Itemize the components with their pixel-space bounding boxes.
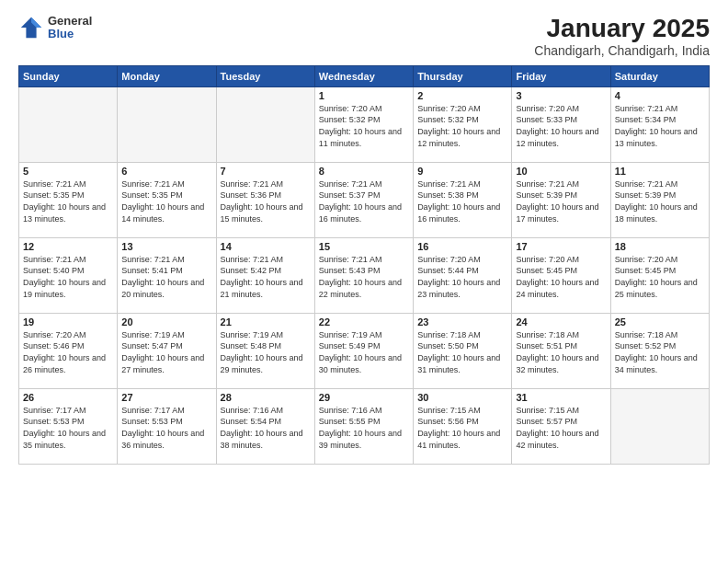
day-info: Sunrise: 7:21 AM Sunset: 5:41 PM Dayligh…: [121, 254, 211, 300]
day-number: 9: [417, 166, 507, 177]
day-cell: 9Sunrise: 7:21 AM Sunset: 5:38 PM Daylig…: [414, 162, 512, 237]
day-info: Sunrise: 7:17 AM Sunset: 5:53 PM Dayligh…: [121, 405, 211, 451]
calendar-title: January 2025: [534, 15, 710, 43]
day-number: 27: [121, 392, 211, 403]
day-cell: 5Sunrise: 7:21 AM Sunset: 5:35 PM Daylig…: [19, 162, 118, 237]
day-number: 28: [221, 392, 311, 403]
day-number: 29: [319, 392, 409, 403]
day-cell: 1Sunrise: 7:20 AM Sunset: 5:32 PM Daylig…: [314, 86, 413, 162]
day-number: 17: [516, 241, 606, 252]
day-cell: 4Sunrise: 7:21 AM Sunset: 5:34 PM Daylig…: [610, 86, 709, 162]
day-cell: 25Sunrise: 7:18 AM Sunset: 5:52 PM Dayli…: [610, 313, 709, 388]
day-info: Sunrise: 7:21 AM Sunset: 5:38 PM Dayligh…: [417, 178, 507, 224]
logo-general-label: General: [48, 15, 92, 28]
header-sunday: Sunday: [19, 65, 118, 86]
week-row-2: 5Sunrise: 7:21 AM Sunset: 5:35 PM Daylig…: [19, 162, 710, 237]
day-number: 5: [23, 166, 113, 177]
day-info: Sunrise: 7:21 AM Sunset: 5:35 PM Dayligh…: [121, 178, 211, 224]
day-number: 25: [615, 316, 705, 327]
day-info: Sunrise: 7:21 AM Sunset: 5:43 PM Dayligh…: [319, 254, 409, 300]
day-cell: [610, 388, 709, 464]
day-number: 3: [516, 90, 606, 101]
day-number: 13: [121, 241, 211, 252]
day-cell: 17Sunrise: 7:20 AM Sunset: 5:45 PM Dayli…: [512, 237, 610, 313]
day-info: Sunrise: 7:20 AM Sunset: 5:46 PM Dayligh…: [23, 329, 113, 375]
day-info: Sunrise: 7:18 AM Sunset: 5:52 PM Dayligh…: [615, 329, 705, 375]
week-row-1: 1Sunrise: 7:20 AM Sunset: 5:32 PM Daylig…: [19, 86, 710, 162]
day-cell: 6Sunrise: 7:21 AM Sunset: 5:35 PM Daylig…: [118, 162, 216, 237]
day-cell: 12Sunrise: 7:21 AM Sunset: 5:40 PM Dayli…: [19, 237, 118, 313]
logo-blue-label: Blue: [48, 28, 92, 40]
day-cell: [19, 86, 118, 162]
day-cell: 2Sunrise: 7:20 AM Sunset: 5:32 PM Daylig…: [414, 86, 512, 162]
day-info: Sunrise: 7:21 AM Sunset: 5:39 PM Dayligh…: [615, 178, 705, 224]
day-number: 20: [121, 316, 211, 327]
day-number: 26: [23, 392, 113, 403]
day-cell: 21Sunrise: 7:19 AM Sunset: 5:48 PM Dayli…: [216, 313, 314, 388]
weekday-header-row: Sunday Monday Tuesday Wednesday Thursday…: [19, 65, 710, 86]
header-wednesday: Wednesday: [314, 65, 413, 86]
day-cell: [216, 86, 314, 162]
day-number: 30: [417, 392, 507, 403]
day-number: 1: [319, 90, 409, 101]
day-number: 19: [23, 316, 113, 327]
day-number: 21: [221, 316, 311, 327]
header-thursday: Thursday: [414, 65, 512, 86]
header-tuesday: Tuesday: [216, 65, 314, 86]
day-cell: [118, 86, 216, 162]
day-number: 15: [319, 241, 409, 252]
day-number: 18: [615, 241, 705, 252]
day-cell: 7Sunrise: 7:21 AM Sunset: 5:36 PM Daylig…: [216, 162, 314, 237]
day-number: 10: [516, 166, 606, 177]
day-info: Sunrise: 7:19 AM Sunset: 5:48 PM Dayligh…: [221, 329, 311, 375]
day-cell: 10Sunrise: 7:21 AM Sunset: 5:39 PM Dayli…: [512, 162, 610, 237]
day-number: 4: [615, 90, 705, 101]
day-cell: 14Sunrise: 7:21 AM Sunset: 5:42 PM Dayli…: [216, 237, 314, 313]
day-number: 7: [221, 166, 311, 177]
day-info: Sunrise: 7:15 AM Sunset: 5:57 PM Dayligh…: [516, 405, 606, 451]
header: General Blue January 2025 Chandigarh, Ch…: [18, 15, 710, 58]
day-cell: 27Sunrise: 7:17 AM Sunset: 5:53 PM Dayli…: [118, 388, 216, 464]
title-block: January 2025 Chandigarh, Chandigarh, Ind…: [534, 15, 710, 58]
day-number: 2: [417, 90, 507, 101]
day-info: Sunrise: 7:21 AM Sunset: 5:37 PM Dayligh…: [319, 178, 409, 224]
calendar-subtitle: Chandigarh, Chandigarh, India: [534, 43, 710, 58]
day-info: Sunrise: 7:20 AM Sunset: 5:33 PM Dayligh…: [516, 103, 606, 149]
day-cell: 30Sunrise: 7:15 AM Sunset: 5:56 PM Dayli…: [414, 388, 512, 464]
day-info: Sunrise: 7:19 AM Sunset: 5:49 PM Dayligh…: [319, 329, 409, 375]
day-info: Sunrise: 7:16 AM Sunset: 5:55 PM Dayligh…: [319, 405, 409, 451]
day-cell: 24Sunrise: 7:18 AM Sunset: 5:51 PM Dayli…: [512, 313, 610, 388]
logo: General Blue: [18, 15, 92, 41]
header-saturday: Saturday: [610, 65, 709, 86]
day-info: Sunrise: 7:21 AM Sunset: 5:36 PM Dayligh…: [221, 178, 311, 224]
day-info: Sunrise: 7:21 AM Sunset: 5:39 PM Dayligh…: [516, 178, 606, 224]
day-cell: 31Sunrise: 7:15 AM Sunset: 5:57 PM Dayli…: [512, 388, 610, 464]
day-info: Sunrise: 7:21 AM Sunset: 5:34 PM Dayligh…: [615, 103, 705, 149]
calendar-table: Sunday Monday Tuesday Wednesday Thursday…: [18, 65, 710, 465]
header-friday: Friday: [512, 65, 610, 86]
day-number: 23: [417, 316, 507, 327]
day-cell: 11Sunrise: 7:21 AM Sunset: 5:39 PM Dayli…: [610, 162, 709, 237]
day-cell: 20Sunrise: 7:19 AM Sunset: 5:47 PM Dayli…: [118, 313, 216, 388]
day-info: Sunrise: 7:18 AM Sunset: 5:51 PM Dayligh…: [516, 329, 606, 375]
day-info: Sunrise: 7:15 AM Sunset: 5:56 PM Dayligh…: [417, 405, 507, 451]
day-cell: 19Sunrise: 7:20 AM Sunset: 5:46 PM Dayli…: [19, 313, 118, 388]
day-info: Sunrise: 7:21 AM Sunset: 5:40 PM Dayligh…: [23, 254, 113, 300]
day-number: 14: [221, 241, 311, 252]
day-cell: 26Sunrise: 7:17 AM Sunset: 5:53 PM Dayli…: [19, 388, 118, 464]
day-number: 12: [23, 241, 113, 252]
day-info: Sunrise: 7:21 AM Sunset: 5:35 PM Dayligh…: [23, 178, 113, 224]
day-cell: 8Sunrise: 7:21 AM Sunset: 5:37 PM Daylig…: [314, 162, 413, 237]
header-monday: Monday: [118, 65, 216, 86]
day-number: 16: [417, 241, 507, 252]
day-number: 22: [319, 316, 409, 327]
day-number: 31: [516, 392, 606, 403]
day-info: Sunrise: 7:18 AM Sunset: 5:50 PM Dayligh…: [417, 329, 507, 375]
day-cell: 15Sunrise: 7:21 AM Sunset: 5:43 PM Dayli…: [314, 237, 413, 313]
day-number: 24: [516, 316, 606, 327]
logo-icon: [18, 15, 44, 40]
day-number: 8: [319, 166, 409, 177]
week-row-5: 26Sunrise: 7:17 AM Sunset: 5:53 PM Dayli…: [19, 388, 710, 464]
day-info: Sunrise: 7:19 AM Sunset: 5:47 PM Dayligh…: [121, 329, 211, 375]
day-cell: 29Sunrise: 7:16 AM Sunset: 5:55 PM Dayli…: [314, 388, 413, 464]
